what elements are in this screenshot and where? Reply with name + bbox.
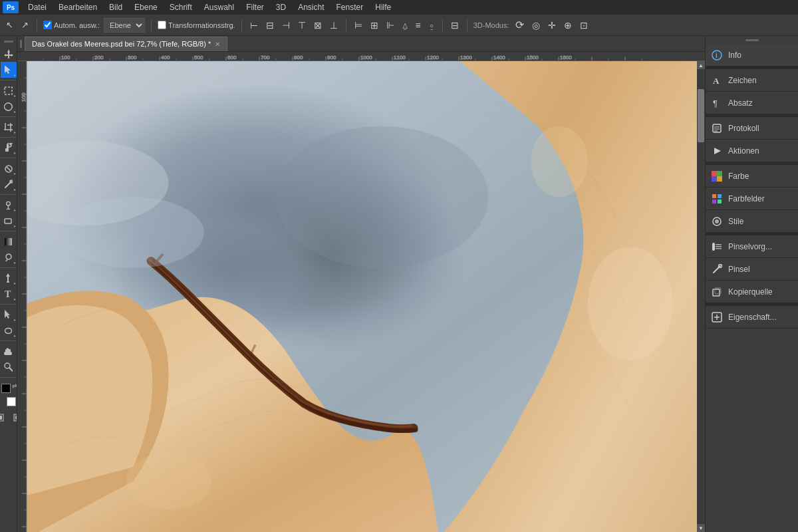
spot-heal-btn[interactable]: ▸ (1, 160, 17, 176)
quick-mask-btn[interactable] (9, 410, 18, 426)
move-tool-btn[interactable] (1, 46, 17, 62)
path-select-btn[interactable]: ▸ (1, 307, 17, 323)
panel-farbe[interactable]: Farbe (706, 165, 798, 188)
menu-auswahl[interactable]: Auswahl (199, 1, 239, 13)
ps-logo: Ps (3, 1, 19, 13)
vertical-scrollbar[interactable]: ▲ ▼ (697, 61, 705, 532)
distribute-left-btn[interactable]: ⊨ (352, 19, 364, 32)
panel-zeichen[interactable]: A Zeichen (706, 69, 798, 92)
panel-eigenschaft[interactable]: Eigenschaft... (706, 306, 798, 329)
panel-aktionen[interactable]: Aktionen (706, 140, 798, 162)
zeichen-icon: A (711, 74, 723, 86)
svg-rect-154 (712, 243, 715, 251)
select-move-btn[interactable]: ▸ (1, 62, 17, 78)
text-tool-btn[interactable]: T ▸ (1, 286, 17, 302)
sep1 (37, 19, 37, 32)
distribute-top-btn[interactable]: ⍙ (400, 19, 410, 32)
distribute-bottom-btn[interactable]: ⍛ (427, 19, 436, 32)
panel-kopierquelle[interactable]: Kopierquelle (706, 281, 798, 303)
scrollbar-down-arrow[interactable]: ▼ (697, 524, 705, 532)
scrollbar-track[interactable] (697, 89, 705, 532)
canvas-image-wrapper[interactable]: ▲ ▼ (27, 61, 705, 532)
3d-roll-btn[interactable]: ◎ (530, 19, 542, 32)
align-center-v-btn[interactable]: ⊠ (312, 19, 324, 32)
panel-absatz[interactable]: ¶ Absatz (706, 92, 798, 114)
align-right-btn[interactable]: ⊣ (280, 19, 292, 32)
clone-stamp-btn[interactable]: ▸ (1, 197, 17, 213)
align-left-btn[interactable]: ⊢ (248, 19, 260, 32)
pen-tool-btn[interactable]: ▸ (1, 270, 17, 286)
pinselvorg-label: Pinselvorg... (728, 242, 772, 251)
scrollbar-up-arrow[interactable]: ▲ (697, 61, 705, 69)
menu-hilfe[interactable]: Hilfe (370, 1, 396, 13)
menu-datei[interactable]: Datei (23, 1, 52, 13)
menu-ebene[interactable]: Ebene (129, 1, 163, 13)
panel-protokoll[interactable]: Protokoll (706, 117, 798, 140)
align-center-h-btn[interactable]: ⊟ (264, 19, 276, 32)
tool-group-select: ▸ (0, 46, 17, 80)
scrollbar-thumb[interactable] (698, 89, 704, 142)
marquee-tool-btn[interactable]: ▸ (1, 82, 17, 98)
menu-bild[interactable]: Bild (104, 1, 128, 13)
standard-mode-btn[interactable] (0, 410, 8, 426)
kopierquelle-icon (711, 286, 723, 298)
tab-close-btn[interactable]: ✕ (215, 41, 220, 48)
protokoll-label: Protokoll (728, 124, 759, 133)
menu-ansicht[interactable]: Ansicht (293, 1, 329, 13)
3d-rotate-btn[interactable]: ⟳ (513, 17, 526, 33)
panel-stile[interactable]: Stile (706, 210, 798, 233)
canvas-tab-main[interactable]: Das Orakel des Meeres.psd bei 72,7% (Tie… (25, 37, 227, 51)
eraser-tool-btn[interactable]: ▸ (1, 213, 17, 229)
distribute-right-btn[interactable]: ⊩ (384, 19, 396, 32)
panel-pinselvorg[interactable]: Pinselvorg... (706, 235, 798, 258)
distribute-center-h-btn[interactable]: ⊞ (368, 19, 380, 32)
svg-point-130 (531, 126, 587, 198)
tool-group-heal: ▸ ▸ (0, 160, 17, 195)
svg-text:T: T (5, 289, 11, 299)
layer-type-select[interactable]: Ebene (104, 18, 145, 33)
align-top-btn[interactable]: ⊤ (296, 19, 308, 32)
eyedropper-tool-btn[interactable]: ▸ (1, 140, 17, 156)
background-color-swatch[interactable] (7, 397, 16, 406)
hand-tool-btn[interactable] (1, 343, 17, 359)
svg-text:1300: 1300 (460, 55, 472, 61)
svg-text:1600: 1600 (560, 55, 572, 61)
right-panels: i Info A Zeichen ¶ Absatz Protokoll (705, 36, 798, 532)
gradient-tool-btn[interactable] (1, 233, 17, 249)
zoom-tool-btn[interactable] (1, 359, 17, 375)
panel-farbfelder[interactable]: Farbfelder (706, 188, 798, 210)
stile-icon (711, 215, 723, 227)
auto-select-checkbox[interactable] (43, 21, 52, 29)
3d-pan-btn[interactable]: ✛ (546, 19, 558, 32)
eigenschaft-label: Eigenschaft... (728, 313, 777, 322)
panel-info[interactable]: i Info (706, 44, 798, 66)
panel-pinsel[interactable]: Pinsel (706, 258, 798, 281)
ellipse-shape-btn[interactable]: ▸ (1, 323, 17, 338)
menu-bearbeiten[interactable]: Bearbeiten (53, 1, 102, 13)
align-bottom-btn[interactable]: ⊥ (328, 19, 340, 32)
brush-tool-btn[interactable]: ▸ (1, 176, 17, 192)
lasso-tool-btn[interactable]: ▸ (1, 98, 17, 114)
svg-rect-157 (716, 248, 722, 249)
blur-tool-btn[interactable]: ▸ (1, 249, 17, 265)
3d-scale-btn[interactable]: ⊡ (578, 19, 590, 32)
layer-arrangement-btn[interactable]: ⊟ (449, 19, 461, 32)
aktionen-label: Aktionen (728, 146, 759, 156)
3d-slide-btn[interactable]: ⊕ (562, 19, 574, 32)
transform-checkbox[interactable] (158, 21, 166, 29)
move-tool-option[interactable]: ↖ (4, 19, 15, 31)
svg-rect-149 (718, 194, 722, 198)
svg-marker-1 (5, 65, 11, 74)
menu-fenster[interactable]: Fenster (331, 1, 369, 13)
select-tool-option[interactable]: ↗ (19, 19, 31, 31)
svg-rect-34 (0, 416, 2, 420)
tool-group-gradient: ▸ (0, 233, 17, 268)
distribute-center-v-btn[interactable]: ≡ (414, 19, 423, 32)
svg-rect-151 (718, 200, 722, 203)
menu-3d[interactable]: 3D (271, 1, 291, 13)
foreground-color-swatch[interactable] (1, 384, 11, 393)
menu-schrift[interactable]: Schrift (164, 1, 198, 13)
crop-tool-btn[interactable]: ▸ (1, 119, 17, 135)
menu-filter[interactable]: Filter (241, 1, 269, 13)
swap-colors-btn[interactable]: ⇌ (12, 382, 17, 389)
